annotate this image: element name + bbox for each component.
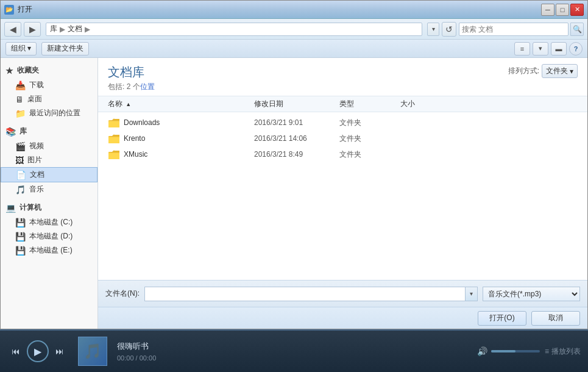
folder-icon-xmusic (108, 148, 120, 160)
breadcrumb-level2: 文档 (68, 24, 82, 34)
view-toggle-button[interactable]: ≡ (514, 42, 530, 55)
favorites-label: 收藏夹 (17, 65, 39, 76)
sidebar-item-video[interactable]: 🎬 视频 (1, 139, 97, 153)
sidebar-item-music[interactable]: 🎵 音乐 (1, 182, 97, 196)
filename-input[interactable] (144, 287, 466, 301)
sidebar-item-documents[interactable]: 📄 文档 (1, 167, 97, 182)
file-name-downloads: Downloads (124, 118, 254, 127)
media-player: ⏮ ▶ ⏭ 🎵 很嗨听书 00:00 / 00:00 🔊 ≡ 播放列表 (0, 329, 588, 372)
library-header[interactable]: 📚 库 (1, 124, 97, 139)
playlist-icon: ≡ (545, 347, 549, 356)
library-subtitle: 包括: 2 个位置 (108, 82, 155, 92)
sidebar-item-recent[interactable]: 📁 最近访问的位置 (1, 106, 97, 120)
file-type-downloads: 文件夹 (339, 118, 400, 128)
sidebar-item-drive-e-label: 本地磁盘 (E:) (29, 245, 73, 256)
player-next-button[interactable]: ⏭ (51, 343, 68, 360)
help-button[interactable]: ? (569, 42, 583, 55)
playlist-button[interactable]: ≡ 播放列表 (545, 346, 581, 357)
sidebar-item-downloads-label: 下载 (29, 80, 44, 90)
col-type-header[interactable]: 类型 (339, 99, 400, 109)
file-row-krento[interactable]: Krento 2016/3/21 14:06 文件夹 (98, 131, 587, 146)
volume-area: 🔊 (477, 346, 540, 356)
sidebar-item-desktop-label: 桌面 (27, 94, 42, 104)
player-controls: ⏮ ▶ ⏭ (7, 340, 68, 362)
action-bar: 组织 ▾ 新建文件夹 ≡ ▾ ▬ ? (1, 40, 587, 58)
breadcrumb-sep2: ▶ (85, 25, 90, 34)
sidebar-item-desktop[interactable]: 🖥 桌面 (1, 92, 97, 106)
file-name-xmusic: XMusic (124, 150, 254, 159)
file-type-xmusic: 文件夹 (339, 149, 400, 160)
file-row-downloads[interactable]: Downloads 2016/3/21 9:01 文件夹 (98, 115, 587, 131)
col-name-header[interactable]: 名称 ▲ (108, 99, 254, 109)
sort-button[interactable]: 文件夹 ▾ (542, 64, 578, 78)
search-input[interactable] (462, 25, 565, 34)
title-bar: 📂 打开 ─ □ ✕ (1, 1, 587, 19)
new-folder-button[interactable]: 新建文件夹 (41, 42, 89, 55)
maximize-button[interactable]: □ (556, 4, 569, 16)
sidebar-item-drive-d[interactable]: 💾 本地磁盘 (D:) (1, 229, 97, 243)
refresh-button[interactable]: ↺ (442, 22, 456, 37)
sidebar-item-drive-c[interactable]: 💾 本地磁盘 (C:) (1, 215, 97, 229)
app-icon: 📂 (4, 5, 14, 15)
song-info: 很嗨听书 00:00 / 00:00 (117, 341, 472, 362)
library-icon: 📚 (5, 127, 16, 137)
back-button[interactable]: ◀ (4, 22, 21, 37)
forward-button[interactable]: ▶ (24, 22, 41, 37)
player-prev-button[interactable]: ⏮ (7, 343, 24, 360)
folder-icon-krento (108, 132, 120, 145)
sort-label: 排列方式: (508, 66, 539, 76)
file-row-xmusic[interactable]: XMusic 2016/3/21 8:49 文件夹 (98, 146, 587, 162)
library-header-bar: 文档库 包括: 2 个位置 排列方式: 文件夹 ▾ (98, 58, 587, 96)
favorites-header[interactable]: ★ 收藏夹 (1, 63, 97, 78)
col-size-header[interactable]: 大小 (400, 99, 449, 109)
downloads-icon: 📥 (15, 80, 26, 90)
search-button[interactable]: 🔍 (570, 23, 584, 36)
sidebar-item-downloads[interactable]: 📥 下载 (1, 78, 97, 92)
organize-button[interactable]: 组织 ▾ (5, 42, 37, 55)
player-play-button[interactable]: ▶ (27, 340, 49, 362)
file-area: 文档库 包括: 2 个位置 排列方式: 文件夹 ▾ 名称 ▲ (98, 58, 587, 329)
filename-bar: 文件名(N): ▾ 音乐文件(*.mp3) 所有文件(*.*) (98, 280, 587, 307)
favorites-section: ★ 收藏夹 📥 下载 🖥 桌面 📁 最近访问的位置 (1, 63, 97, 120)
cancel-button[interactable]: 取消 (531, 311, 580, 326)
content-area: ★ 收藏夹 📥 下载 🖥 桌面 📁 最近访问的位置 (1, 58, 587, 329)
breadcrumb-level1: 库 (50, 24, 57, 34)
sidebar-item-drive-e[interactable]: 💾 本地磁盘 (E:) (1, 243, 97, 257)
close-button[interactable]: ✕ (570, 4, 584, 16)
drive-d-icon: 💾 (15, 232, 26, 241)
open-button[interactable]: 打开(O) (478, 311, 526, 326)
computer-label: 计算机 (19, 202, 41, 213)
navigation-toolbar: ◀ ▶ 库 ▶ 文档 ▶ ▾ ↺ 🔍 (1, 19, 587, 40)
view-dropdown-button[interactable]: ▾ (533, 42, 548, 55)
pane-button[interactable]: ▬ (551, 42, 567, 55)
filetype-select[interactable]: 音乐文件(*.mp3) 所有文件(*.*) (483, 287, 580, 301)
library-locations-link[interactable]: 位置 (140, 82, 155, 91)
col-date-header[interactable]: 修改日期 (254, 99, 339, 109)
breadcrumb-dropdown-button[interactable]: ▾ (427, 23, 439, 36)
folder-icon-downloads (108, 116, 120, 129)
sidebar-item-pictures[interactable]: 🖼 图片 (1, 153, 97, 167)
computer-header[interactable]: 💻 计算机 (1, 200, 97, 215)
file-date-downloads: 2016/3/21 9:01 (254, 118, 339, 127)
col-sort-indicator: ▲ (126, 101, 131, 107)
sidebar-item-music-label: 音乐 (29, 184, 44, 195)
volume-bar[interactable] (491, 350, 540, 352)
documents-icon: 📄 (16, 170, 26, 180)
song-time: 00:00 / 00:00 (117, 354, 472, 362)
drive-e-icon: 💾 (15, 246, 26, 256)
sidebar-item-documents-label: 文档 (30, 170, 44, 180)
svg-rect-4 (108, 137, 119, 143)
volume-fill (491, 350, 515, 352)
sidebar-item-drive-c-label: 本地磁盘 (C:) (29, 217, 73, 227)
file-open-dialog: 📂 打开 ─ □ ✕ ◀ ▶ 库 ▶ 文档 ▶ ▾ ↺ 🔍 组织 ▾ 新建文件夹… (0, 0, 588, 329)
favorites-icon: ★ (5, 66, 13, 76)
library-section-label: 库 (19, 126, 27, 137)
filename-dropdown-button[interactable]: ▾ (466, 287, 478, 301)
breadcrumb-bar[interactable]: 库 ▶ 文档 ▶ (46, 23, 422, 36)
time-total: 00:00 (140, 354, 157, 362)
view-options: ≡ ▾ ▬ ? (514, 42, 583, 55)
minimize-button[interactable]: ─ (541, 4, 554, 16)
search-box (459, 23, 569, 36)
sort-options: 排列方式: 文件夹 ▾ (508, 64, 578, 78)
sidebar: ★ 收藏夹 📥 下载 🖥 桌面 📁 最近访问的位置 (1, 58, 98, 329)
